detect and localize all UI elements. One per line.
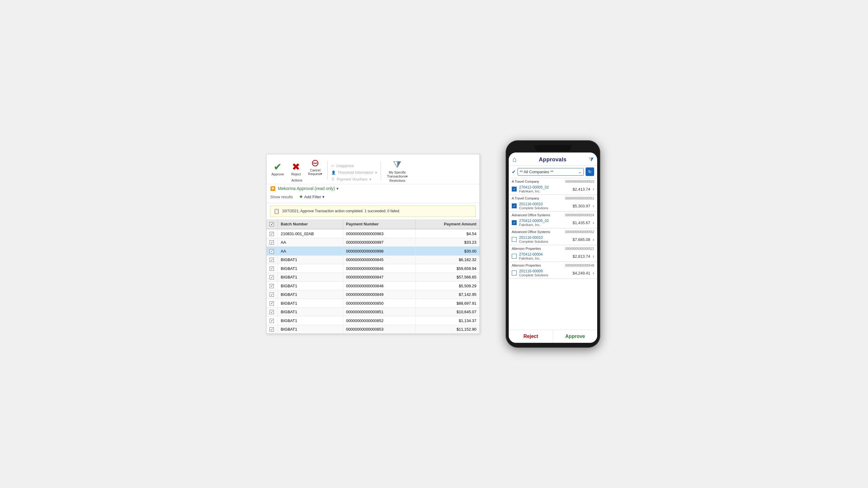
payment-number-cell: 00000000000000847 — [343, 273, 415, 281]
payment-amount-cell: $33.23 — [415, 238, 479, 247]
mobile-row-number: 201116-00009 — [519, 269, 570, 273]
mobile-row-checkbox[interactable] — [512, 220, 517, 225]
batch-number-cell: BIGBAT1 — [278, 316, 343, 325]
payment-amount-cell: $4.54 — [415, 229, 479, 238]
vouchers-label: Payment Vouchers — [337, 177, 368, 181]
row-checkbox-cell[interactable] — [267, 247, 278, 255]
row-checkbox[interactable] — [270, 240, 274, 245]
payment-amount-cell: $57,566.65 — [415, 273, 479, 281]
payment-number-cell: 00000000000000963 — [343, 229, 415, 238]
mobile-row-chevron-icon[interactable]: › — [593, 254, 594, 258]
reject-button[interactable]: ✖ Reject — [288, 161, 304, 177]
cancel-request-button[interactable]: ⊖ CancelRequest▾ — [306, 157, 325, 177]
transactions-table: Batch Number Payment Number Payment Amou… — [267, 219, 479, 334]
batch-number-cell: BIGBAT1 — [278, 325, 343, 334]
row-checkbox-cell[interactable] — [267, 238, 278, 247]
mobile-row-chevron-icon[interactable]: › — [593, 204, 594, 208]
table-row: BIGBAT1 00000000000000847 $57,566.65 — [267, 273, 479, 281]
mobile-row-chevron-icon[interactable]: › — [593, 237, 594, 242]
mobile-reject-button[interactable]: Reject — [509, 330, 553, 343]
mobile-row-chevron-icon[interactable]: › — [593, 220, 594, 225]
row-checkbox[interactable] — [270, 310, 274, 314]
mobile-row-vendor: Fabrikam, Inc. — [519, 223, 570, 226]
batch-number-cell: BIGBAT1 — [278, 255, 343, 264]
refresh-button[interactable]: ↻ — [586, 167, 594, 176]
mobile-row-info: 270412-00004 Fabrikam, Inc. — [519, 252, 570, 260]
select-all-checkbox[interactable] — [270, 222, 274, 226]
row-checkbox[interactable] — [270, 293, 274, 297]
row-checkbox[interactable] — [270, 327, 274, 332]
mobile-section: Allenson Properties 00000000000000548 20… — [509, 262, 597, 279]
mobile-list-item[interactable]: 201116-00010 Complete Solutions $5,303.9… — [509, 201, 597, 211]
mobile-list-item[interactable]: 270412-00004 Fabrikam, Inc. $2,813.74 › — [509, 251, 597, 262]
mobile-section: Advanced Office Systems 0000000000000055… — [509, 228, 597, 245]
mobile-row-vendor: Complete Solutions — [519, 206, 570, 210]
company-check-icon: ✔ — [512, 169, 516, 175]
row-checkbox[interactable] — [270, 275, 274, 279]
row-checkbox[interactable] — [270, 284, 274, 288]
section-company-name: Advanced Office Systems — [512, 230, 550, 234]
my-specific-transactions-button[interactable]: ⧩ My SpecificTransactions▾Restrictions — [383, 158, 412, 184]
row-checkbox-cell[interactable] — [267, 264, 278, 273]
threshold-info-button: 👤 Threshold Information ▾ — [330, 170, 378, 175]
phone-screen: ⌂ Approvals ⧩ ✔ ** All Companies ** ⌄ ↻ … — [509, 152, 597, 343]
mobile-section: Advanced Office Systems 0000000000000052… — [509, 212, 597, 228]
row-checkbox-cell[interactable] — [267, 273, 278, 281]
home-icon[interactable]: ⌂ — [513, 156, 516, 163]
plus-icon: ✦ — [299, 194, 303, 200]
mobile-list-item[interactable]: 270412-00005_02 Fabrikam, Inc. $1,435.67… — [509, 217, 597, 228]
row-checkbox-cell[interactable] — [267, 299, 278, 308]
mobile-filter-icon[interactable]: ⧩ — [589, 156, 593, 163]
mobile-section: A Travel Company 00000000000000523 27041… — [509, 178, 597, 195]
mobile-row-checkbox[interactable] — [512, 271, 517, 275]
batch-number-cell: AA — [278, 238, 343, 247]
row-checkbox-cell[interactable] — [267, 325, 278, 334]
mobile-row-checkbox[interactable] — [512, 187, 517, 191]
select-all-header[interactable] — [267, 219, 278, 230]
refresh-icon: ↻ — [588, 169, 592, 174]
row-checkbox[interactable] — [270, 258, 274, 262]
mobile-row-amount: $2,413.74 — [572, 187, 590, 191]
mobile-list-item[interactable]: 270412-00005_02 Fabrikam, Inc. $2,413.74… — [509, 184, 597, 194]
notification-text: 10/7/2021; Approve Transaction action co… — [282, 209, 400, 213]
add-filter-button[interactable]: ✦ Add Filter ▾ — [297, 193, 327, 201]
mobile-header: ⌂ Approvals ⧩ — [509, 152, 597, 165]
mobile-row-checkbox[interactable] — [512, 254, 517, 258]
mobile-approve-button[interactable]: Approve — [553, 330, 597, 343]
divider-2 — [381, 161, 381, 179]
company-selector[interactable]: ✔ ** All Companies ** ⌄ ↻ — [509, 165, 597, 178]
row-checkbox-cell[interactable] — [267, 281, 278, 291]
mobile-list-item[interactable]: 201116-00009 Complete Solutions $4,249.4… — [509, 268, 597, 278]
table-row: AA 00000000000000998 $30.00 — [267, 247, 479, 255]
table-row: BIGBAT1 00000000000000849 $7,142.95 — [267, 290, 479, 299]
section-account-num: 00000000000000521 — [565, 247, 594, 250]
row-checkbox[interactable] — [270, 319, 274, 323]
table-row: AA 00000000000000997 $33.23 — [267, 238, 479, 247]
batch-number-cell: AA — [278, 247, 343, 255]
filter-dropdown[interactable]: Mekorma Approval (read only) ▾ — [278, 186, 339, 191]
show-results-label: Show results — [270, 194, 293, 199]
funnel-icon: ⧩ — [393, 159, 401, 171]
row-checkbox-cell[interactable] — [267, 316, 278, 325]
mobile-row-checkbox[interactable] — [512, 204, 517, 208]
mobile-row-chevron-icon[interactable]: › — [593, 271, 594, 275]
row-checkbox-cell[interactable] — [267, 229, 278, 238]
mobile-list-item[interactable]: 201116-00010 Complete Solutions $7,685.0… — [509, 234, 597, 245]
payment-number-cell: 00000000000000849 — [343, 290, 415, 299]
mobile-section-header: Advanced Office Systems 0000000000000052… — [509, 212, 597, 217]
mobile-row-checkbox[interactable] — [512, 237, 517, 242]
row-checkbox-cell[interactable] — [267, 255, 278, 264]
table-row: BIGBAT1 00000000000000848 $5,509.29 — [267, 281, 479, 291]
row-checkbox[interactable] — [270, 249, 274, 253]
row-checkbox[interactable] — [270, 232, 274, 236]
mobile-row-chevron-icon[interactable]: › — [593, 187, 594, 191]
row-checkbox-cell[interactable] — [267, 290, 278, 299]
company-select-dropdown[interactable]: ** All Companies ** ⌄ — [518, 168, 584, 176]
desktop-panel: ✔ Approve ✖ Reject ⊖ CancelRequest▾ Acti… — [266, 154, 480, 334]
approve-button[interactable]: ✔ Approve — [269, 161, 286, 177]
filter-dropdown-arrow: ▾ — [336, 186, 339, 191]
row-checkbox[interactable] — [270, 301, 274, 306]
row-checkbox[interactable] — [270, 267, 274, 271]
row-checkbox-cell[interactable] — [267, 307, 278, 316]
payment-number-cell: 00000000000000845 — [343, 255, 415, 264]
